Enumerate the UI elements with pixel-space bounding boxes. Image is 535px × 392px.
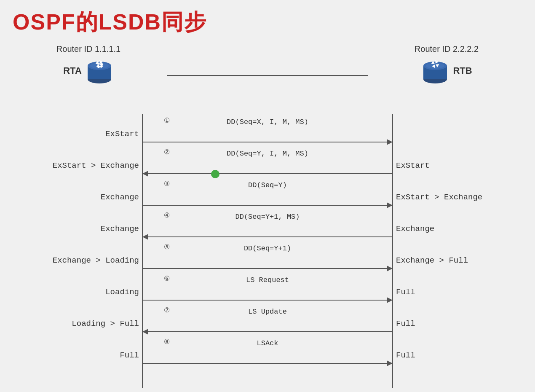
svg-point-14 — [426, 63, 444, 69]
msg-5: DD(Seq=Y+1) — [143, 244, 392, 252]
right-state-3: ExStart > Exchange — [396, 193, 527, 202]
rtb-block: Router ID 2.2.2.2 RTB — [417, 44, 476, 85]
arrow-7: ⑦ LS Update — [143, 315, 392, 332]
arrow-line-2 — [143, 173, 392, 174]
rtb-icon — [421, 56, 449, 85]
arrow-line-5 — [143, 268, 392, 269]
seq-row-2: ExStart > Exchange ② DD(Seq=Y, I, M, MS)… — [0, 150, 535, 181]
arrow-5: ⑤ DD(Seq=Y+1) — [143, 252, 392, 269]
rta-label: RTA — [63, 65, 82, 76]
connect-line — [167, 75, 368, 76]
arrow-line-7 — [143, 331, 392, 332]
arrow-line-3 — [143, 205, 392, 206]
arrow-8: ⑧ LSAck — [143, 347, 392, 364]
msg-2: DD(Seq=Y, I, M, MS) — [143, 150, 392, 158]
seq-row-1: ExStart ① DD(Seq=X, I, M, MS) — [0, 118, 535, 150]
msg-8: LSAck — [143, 339, 392, 347]
seq-row-8: Full ⑧ LSAck Full — [0, 339, 535, 371]
arrow-1: ① DD(Seq=X, I, M, MS) — [143, 126, 392, 142]
rtb-icon-row: RTB — [421, 56, 472, 85]
arrow-2: ② DD(Seq=Y, I, M, MS) — [143, 157, 392, 174]
msg-3: DD(Seq=Y) — [143, 181, 392, 189]
sequence-diagram: ExStart ① DD(Seq=X, I, M, MS) ExStart > … — [0, 114, 535, 388]
left-state-6: Loading — [8, 287, 139, 297]
arrow-4: ④ DD(Seq=Y+1, MS) — [143, 220, 392, 237]
seq-row-3: Exchange ③ DD(Seq=Y) ExStart > Exchange — [0, 181, 535, 213]
arrow-line-6 — [143, 300, 392, 301]
arrow-line-4 — [143, 236, 392, 237]
rtb-label: RTB — [453, 65, 472, 76]
seq-row-4: Exchange ④ DD(Seq=Y+1, MS) Exchange — [0, 213, 535, 244]
left-state-3: Exchange — [8, 193, 139, 202]
msg-4: DD(Seq=Y+1, MS) — [143, 213, 392, 221]
seq-row-5: Exchange > Loading ⑤ DD(Seq=Y+1) Exchang… — [0, 244, 535, 276]
left-state-8: Full — [8, 351, 139, 360]
green-dot — [211, 170, 219, 178]
slide: OSPF的LSDB同步 Router ID 1.1.1.1 RTA ⇄ ↗ ↗ — [0, 0, 535, 392]
msg-7: LS Update — [143, 308, 392, 316]
arrow-line-1 — [143, 142, 392, 142]
right-state-2: ExStart — [396, 161, 527, 170]
arrow-6: ⑥ LS Request — [143, 284, 392, 301]
left-state-4: Exchange — [8, 224, 139, 234]
right-state-7: Full — [396, 319, 527, 328]
arrow-line-8 — [143, 363, 392, 364]
seq-row-7: Loading > Full ⑦ LS Update Full — [0, 308, 535, 339]
left-state-5: Exchange > Loading — [8, 256, 139, 265]
arrow-3: ③ DD(Seq=Y) — [143, 189, 392, 206]
rtb-id: Router ID 2.2.2.2 — [415, 44, 479, 54]
rta-block: Router ID 1.1.1.1 RTA ⇄ ↗ ↗ — [59, 44, 118, 85]
msg-6: LS Request — [143, 276, 392, 284]
left-state-1: ExStart — [8, 129, 139, 139]
page-title: OSPF的LSDB同步 — [13, 8, 207, 37]
left-state-7: Loading > Full — [8, 319, 139, 328]
msg-1: DD(Seq=X, I, M, MS) — [143, 118, 392, 126]
rta-icon-row: RTA ⇄ ↗ ↗ — [63, 56, 114, 85]
routers-row: Router ID 1.1.1.1 RTA ⇄ ↗ ↗ — [59, 44, 476, 85]
right-state-8: Full — [396, 351, 527, 360]
right-state-4: Exchange — [396, 224, 527, 234]
seq-row-6: Loading ⑥ LS Request Full — [0, 276, 535, 308]
right-state-6: Full — [396, 287, 527, 297]
right-state-5: Exchange > Full — [396, 256, 527, 265]
left-state-2: ExStart > Exchange — [8, 161, 139, 170]
rta-icon: ⇄ ↗ ↗ — [85, 56, 114, 85]
rta-id: Router ID 1.1.1.1 — [56, 44, 120, 54]
